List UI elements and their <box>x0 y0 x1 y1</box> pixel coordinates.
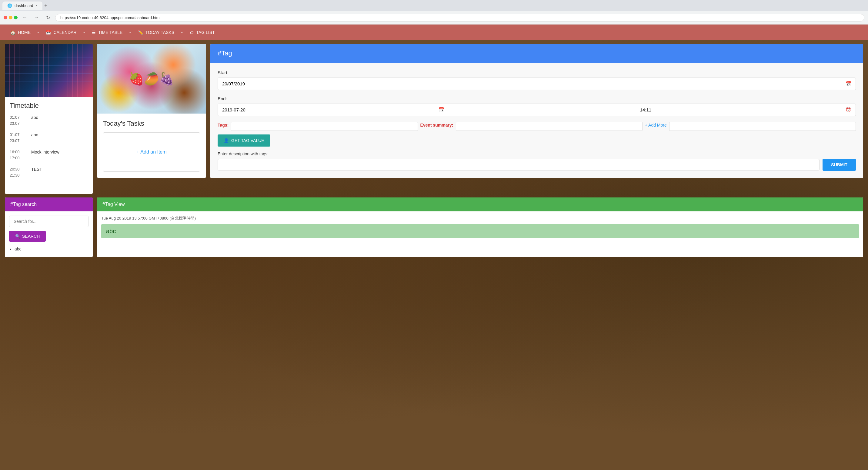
new-tab-btn[interactable]: + <box>44 2 48 9</box>
calendar-icon: 📅 <box>46 30 51 35</box>
submit-label: SUBMIT <box>831 162 847 167</box>
nav-today-tasks-label: TODAY TASKS <box>146 30 174 35</box>
nav-home-label: HOME <box>18 30 31 35</box>
active-tab[interactable]: 🌐 dashboard × <box>2 1 42 10</box>
tag-view-timestamp: Tue Aug 20 2019 13:57:00 GMT+0800 (台北標準時… <box>101 215 859 221</box>
tag-view-header: #Tag View <box>97 197 863 211</box>
nav-sep-1: ▪ <box>36 29 40 36</box>
nav-calendar[interactable]: 📅 CALENDAR <box>40 25 82 40</box>
timetable-column: Timetable 01:07 23:07 abc 01:07 23:07 ab… <box>5 44 93 194</box>
search-results-list: abc <box>9 245 89 253</box>
search-btn-label: SEARCH <box>22 234 40 239</box>
table-row: 01:07 23:07 abc <box>10 114 88 126</box>
end-date-input[interactable]: 2019-07-20 📅 14:11 ⏰ <box>218 104 856 116</box>
tag-search-card: #Tag search 🔍 SEARCH abc <box>5 197 93 257</box>
task-name: Mock interview <box>31 149 59 155</box>
timetable-card: Timetable 01:07 23:07 abc 01:07 23:07 ab… <box>5 97 93 194</box>
nav-tag-list[interactable]: 🏷 TAG LIST <box>184 25 220 40</box>
time-display: 01:07 23:07 <box>10 132 26 143</box>
tags-label: Tags: <box>218 122 228 128</box>
tag-header: #Tag <box>210 44 863 63</box>
calendar-picker-icon: 📅 <box>845 81 851 87</box>
tag-column: #Tag Start: 20/07/2019 📅 End: 2019-07-20… <box>210 44 863 194</box>
window-controls <box>4 16 18 20</box>
timetable-icon: ☰ <box>92 30 96 35</box>
timetable-image <box>5 44 93 97</box>
nav-home[interactable]: 🏠 HOME <box>5 25 36 40</box>
table-row: 20:30 21:30 TEST <box>10 166 88 178</box>
start-time: 20:30 <box>10 166 26 172</box>
nav-timetable[interactable]: ☰ TIME TABLE <box>86 25 128 40</box>
tag-card: #Tag Start: 20/07/2019 📅 End: 2019-07-20… <box>210 44 863 178</box>
time-display: 01:07 23:07 <box>10 114 26 126</box>
submit-button[interactable]: SUBMIT <box>823 159 856 171</box>
add-item-button[interactable]: + Add an Item <box>103 132 200 172</box>
url-bar[interactable]: https://su19-codeu-49-8204.appspot.com/d… <box>55 14 864 22</box>
tab-bar: 🌐 dashboard × + <box>0 0 868 11</box>
table-row: 01:07 23:07 abc <box>10 132 88 143</box>
tag-search-input[interactable] <box>9 215 89 227</box>
maximize-window-btn[interactable] <box>14 16 18 20</box>
minimize-window-btn[interactable] <box>9 16 12 20</box>
nav-calendar-label: CALENDAR <box>53 30 76 35</box>
tag-body: Start: 20/07/2019 📅 End: 2019-07-20 📅 14… <box>210 63 863 178</box>
description-row: SUBMIT <box>218 159 856 171</box>
get-tag-value-button[interactable]: 👤 GET TAG VALUE <box>218 134 270 146</box>
time-display: 20:30 21:30 <box>10 166 26 178</box>
end-date-group: End: 2019-07-20 📅 14:11 ⏰ <box>218 96 856 116</box>
enter-description-label: Enter description with tags: <box>218 152 856 156</box>
main-content: Timetable 01:07 23:07 abc 01:07 23:07 ab… <box>0 40 868 197</box>
tag-icon: 🏷 <box>189 30 194 35</box>
description-input[interactable] <box>218 159 819 170</box>
tab-close-btn[interactable]: × <box>35 4 37 7</box>
timetable-title: Timetable <box>10 102 88 110</box>
end-time: 17:00 <box>10 155 26 161</box>
start-date-group: Start: 20/07/2019 📅 <box>218 70 856 90</box>
search-icon: 🔍 <box>15 234 20 239</box>
start-time: 01:07 <box>10 132 26 138</box>
nav-today-tasks[interactable]: ✏️ TODAY TASKS <box>132 25 180 40</box>
nav-sep-4: ▪ <box>180 29 184 36</box>
end-date-value: 2019-07-20 <box>222 107 246 112</box>
tag-search-body: 🔍 SEARCH abc <box>5 211 93 257</box>
tag-view-body: Tue Aug 20 2019 13:57:00 GMT+0800 (台北標準時… <box>97 211 863 242</box>
add-item-label: + Add an Item <box>136 149 166 155</box>
get-tag-value-label: GET TAG VALUE <box>231 138 264 143</box>
add-more-button[interactable]: + Add More <box>645 122 667 128</box>
task-name: TEST <box>31 166 42 173</box>
forward-btn[interactable]: → <box>32 13 41 22</box>
table-row: 16:00 17:00 Mock interview <box>10 149 88 161</box>
start-time: 16:00 <box>10 149 26 155</box>
tasks-title: Today's Tasks <box>103 120 200 128</box>
reload-btn[interactable]: ↻ <box>44 13 52 22</box>
tab-title: dashboard <box>14 3 33 8</box>
extra-input[interactable] <box>669 122 856 131</box>
end-time: 21:30 <box>10 172 26 178</box>
tags-input[interactable] <box>231 122 417 131</box>
nav-sep-3: ▪ <box>128 29 132 36</box>
start-time: 01:07 <box>10 114 26 121</box>
home-icon: 🏠 <box>10 30 16 35</box>
event-summary-input[interactable] <box>456 122 643 131</box>
nav-bar: 🏠 HOME ▪ 📅 CALENDAR ▪ ☰ TIME TABLE ▪ ✏️ … <box>0 25 868 40</box>
url-text: https://su19-codeu-49-8204.appspot.com/d… <box>60 15 160 20</box>
tags-fields-row: Tags: Event summary: + Add More <box>218 122 856 131</box>
tab-favicon: 🌐 <box>7 3 12 8</box>
nav-sep-2: ▪ <box>82 29 86 36</box>
tasks-card: Today's Tasks + Add an Item <box>97 113 206 178</box>
back-btn[interactable]: ← <box>21 13 29 22</box>
end-time: 23:07 <box>10 121 26 127</box>
tag-search-header: #Tag search <box>5 197 93 211</box>
search-button[interactable]: 🔍 SEARCH <box>9 231 46 242</box>
end-time: 23:07 <box>10 138 26 144</box>
tasks-column: Today's Tasks + Add an Item <box>97 44 206 194</box>
end-label: End: <box>218 96 856 101</box>
tag-view-card: #Tag View Tue Aug 20 2019 13:57:00 GMT+0… <box>97 197 863 257</box>
pencil-icon: ✏️ <box>138 30 143 35</box>
start-date-value: 20/07/2019 <box>222 81 245 86</box>
close-window-btn[interactable] <box>4 16 7 20</box>
start-date-input[interactable]: 20/07/2019 📅 <box>218 77 856 90</box>
task-name: abc <box>31 132 38 138</box>
clock-icon: ⏰ <box>845 107 851 113</box>
bottom-row: #Tag search 🔍 SEARCH abc #Tag View Tue A… <box>0 197 868 262</box>
